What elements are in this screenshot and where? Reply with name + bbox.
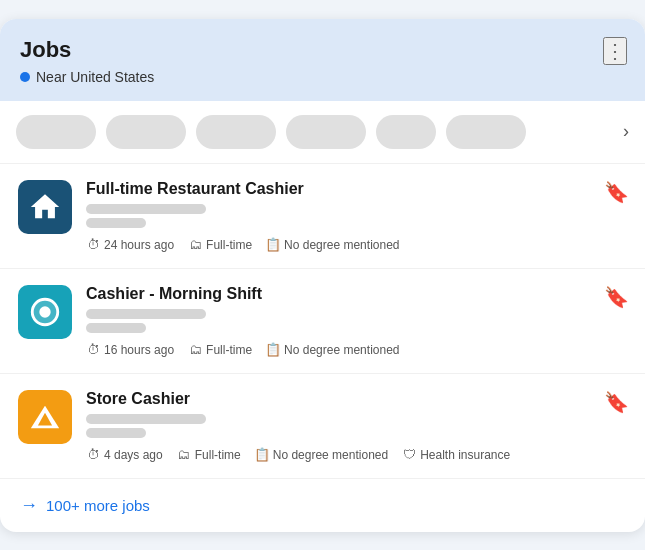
education-2: 📋 No degree mentioned bbox=[266, 343, 399, 357]
location-skeleton-2 bbox=[86, 323, 146, 333]
location-row: Near United States bbox=[20, 69, 625, 85]
job-meta-2: ⏱ 16 hours ago 🗂 Full-time 📋 No degree m… bbox=[86, 343, 627, 357]
more-options-button[interactable]: ⋮ bbox=[603, 37, 627, 65]
location-dot bbox=[20, 72, 30, 82]
filter-pill-1[interactable] bbox=[16, 115, 96, 149]
job-item-1[interactable]: Full-time Restaurant Cashier ⏱ 24 hours … bbox=[0, 164, 645, 269]
clock-icon-1: ⏱ bbox=[86, 238, 100, 252]
more-jobs-row: → 100+ more jobs bbox=[0, 479, 645, 532]
time-ago-3: ⏱ 4 days ago bbox=[86, 448, 163, 462]
jobs-card: Jobs Near United States ⋮ › Full-time Re… bbox=[0, 19, 645, 532]
job-item-2[interactable]: Cashier - Morning Shift ⏱ 16 hours ago 🗂… bbox=[0, 269, 645, 374]
job-logo-1 bbox=[18, 180, 72, 234]
clock-icon-2: ⏱ bbox=[86, 343, 100, 357]
job-type-3: 🗂 Full-time bbox=[177, 448, 241, 462]
time-ago-1: ⏱ 24 hours ago bbox=[86, 238, 174, 252]
location-skeleton-1 bbox=[86, 218, 146, 228]
briefcase-icon-1: 🗂 bbox=[188, 238, 202, 252]
filter-pill-5[interactable] bbox=[376, 115, 436, 149]
job-item-3[interactable]: Store Cashier ⏱ 4 days ago 🗂 Full-time 📋… bbox=[0, 374, 645, 479]
company-skeleton-2 bbox=[86, 309, 206, 319]
job-meta-1: ⏱ 24 hours ago 🗂 Full-time 📋 No degree m… bbox=[86, 238, 627, 252]
header: Jobs Near United States ⋮ bbox=[0, 19, 645, 101]
bookmark-button-1[interactable]: 🔖 bbox=[604, 180, 629, 204]
job-content-2: Cashier - Morning Shift ⏱ 16 hours ago 🗂… bbox=[86, 285, 627, 357]
svg-point-2 bbox=[39, 306, 50, 317]
page-title: Jobs bbox=[20, 37, 625, 63]
briefcase-icon-3: 🗂 bbox=[177, 448, 191, 462]
filter-pill-6[interactable] bbox=[446, 115, 526, 149]
job-meta-3: ⏱ 4 days ago 🗂 Full-time 📋 No degree men… bbox=[86, 448, 627, 462]
job-title-1: Full-time Restaurant Cashier bbox=[86, 180, 627, 198]
time-ago-2: ⏱ 16 hours ago bbox=[86, 343, 174, 357]
job-content-3: Store Cashier ⏱ 4 days ago 🗂 Full-time 📋… bbox=[86, 390, 627, 462]
job-type-2: 🗂 Full-time bbox=[188, 343, 252, 357]
job-title-3: Store Cashier bbox=[86, 390, 627, 408]
company-skeleton-1 bbox=[86, 204, 206, 214]
briefcase-icon-2: 🗂 bbox=[188, 343, 202, 357]
filters-arrow[interactable]: › bbox=[623, 121, 629, 142]
benefit-3: 🛡 Health insurance bbox=[402, 448, 510, 462]
more-jobs-arrow: → bbox=[20, 495, 38, 516]
filter-pill-2[interactable] bbox=[106, 115, 186, 149]
diploma-icon-2: 📋 bbox=[266, 343, 280, 357]
bookmark-button-3[interactable]: 🔖 bbox=[604, 390, 629, 414]
diploma-icon-3: 📋 bbox=[255, 448, 269, 462]
shield-icon-3: 🛡 bbox=[402, 448, 416, 462]
job-logo-3 bbox=[18, 390, 72, 444]
filter-pill-4[interactable] bbox=[286, 115, 366, 149]
bookmark-button-2[interactable]: 🔖 bbox=[604, 285, 629, 309]
education-1: 📋 No degree mentioned bbox=[266, 238, 399, 252]
filters-row: › bbox=[0, 101, 645, 164]
job-logo-2 bbox=[18, 285, 72, 339]
job-title-2: Cashier - Morning Shift bbox=[86, 285, 627, 303]
filter-pill-3[interactable] bbox=[196, 115, 276, 149]
more-jobs-link[interactable]: → 100+ more jobs bbox=[20, 495, 150, 516]
location-text: Near United States bbox=[36, 69, 154, 85]
job-type-1: 🗂 Full-time bbox=[188, 238, 252, 252]
more-jobs-label: 100+ more jobs bbox=[46, 497, 150, 514]
company-skeleton-3 bbox=[86, 414, 206, 424]
clock-icon-3: ⏱ bbox=[86, 448, 100, 462]
location-skeleton-3 bbox=[86, 428, 146, 438]
education-3: 📋 No degree mentioned bbox=[255, 448, 388, 462]
diploma-icon-1: 📋 bbox=[266, 238, 280, 252]
job-content-1: Full-time Restaurant Cashier ⏱ 24 hours … bbox=[86, 180, 627, 252]
